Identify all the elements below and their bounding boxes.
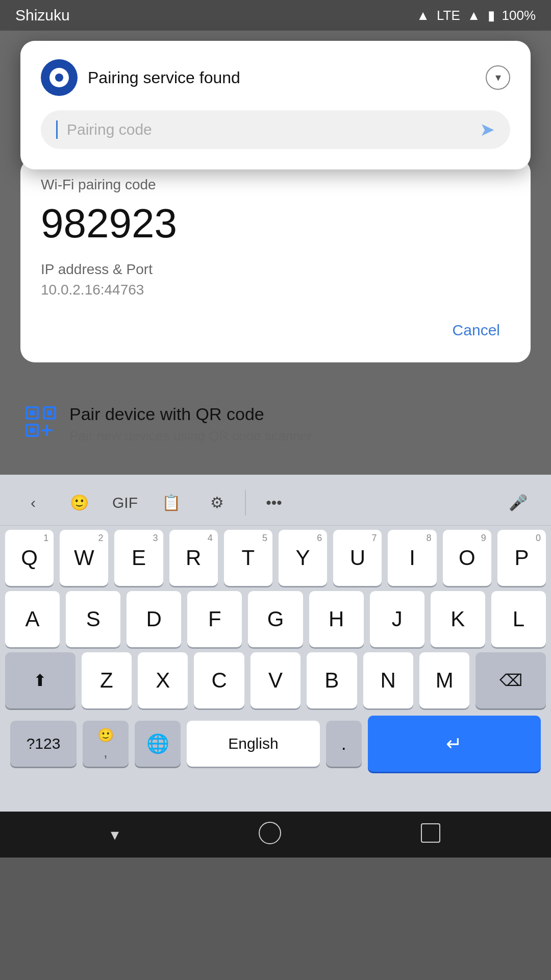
keyboard-back-button[interactable]: ‹ [10,485,56,521]
gif-button[interactable]: GIF [102,485,148,521]
key-M[interactable]: M [419,652,469,708]
key-row-2: A S D F G H J K L [5,591,546,647]
sticker-button[interactable]: 🙂 [56,485,102,521]
ip-address-label: IP address & Port [41,261,510,278]
settings-button[interactable]: ⚙ [194,485,240,521]
key-J[interactable]: J [370,591,424,647]
key-K[interactable]: K [431,591,485,647]
key-G[interactable]: G [248,591,303,647]
svg-rect-5 [30,428,35,433]
signal-icon: ▲ [467,8,481,23]
back-nav-icon: ▾ [111,825,119,844]
key-E[interactable]: 3E [114,530,163,586]
cancel-row: Cancel [41,316,510,344]
back-nav-button[interactable]: ▾ [111,825,119,844]
status-icons: ▲ LTE ▲ ▮ 100% [416,8,536,23]
text-cursor [56,120,58,139]
wifi-info-modal: Wi-Fi pairing code 982923 IP address & P… [20,158,531,362]
key-O[interactable]: 9O [443,530,491,586]
gear-icon: ⚙ [210,494,224,511]
clipboard-icon: 📋 [162,494,181,511]
key-N[interactable]: N [363,652,413,708]
dialog-header-left: Pairing service found [41,59,240,96]
gif-label: GIF [112,494,138,511]
key-H[interactable]: H [309,591,364,647]
period-label: . [341,733,346,754]
app-icon [41,59,78,96]
key-I[interactable]: 8I [388,530,436,586]
key-row-1: 1Q 2W 3E 4R 5T 6Y 7U 8I 9O 0P [5,530,546,586]
emoji-comma-button[interactable]: 🙂 , [83,721,129,767]
key-row-3: ⬆ Z X C V B N M ⌫ [5,652,546,708]
send-button[interactable]: ➤ [480,120,495,139]
shift-icon: ⬆ [33,672,47,689]
background-content: Pairing service found ▾ ➤ Wi-Fi pairing … [0,31,551,475]
key-L[interactable]: L [491,591,546,647]
period-button[interactable]: . [326,721,362,767]
key-W[interactable]: 2W [60,530,108,586]
wifi-pairing-code: 982923 [41,200,510,247]
space-label: English [228,735,278,752]
nav-bar: ▾ [0,812,551,857]
dialog-header: Pairing service found ▾ [41,59,510,96]
keyboard-toolbar: ‹ 🙂 GIF 📋 ⚙ ••• 🎤 [0,480,551,526]
app-name: Shizuku [15,7,70,24]
battery-label: 100% [502,8,536,23]
backspace-icon: ⌫ [499,672,522,689]
qr-subtitle: Pair new devices using QR code scanner [69,428,312,444]
recents-nav-button[interactable] [421,823,440,846]
key-U[interactable]: 7U [333,530,382,586]
cancel-button[interactable]: Cancel [442,316,510,344]
toolbar-divider [245,490,246,516]
key-B[interactable]: B [307,652,357,708]
key-Y[interactable]: 6Y [279,530,327,586]
shift-button[interactable]: ⬆ [5,652,76,708]
globe-icon: 🌐 [146,733,169,754]
key-V[interactable]: V [251,652,300,708]
key-P[interactable]: 0P [497,530,546,586]
lte-label: LTE [437,8,460,23]
key-Q[interactable]: 1Q [5,530,54,586]
key-R[interactable]: 4R [169,530,218,586]
globe-button[interactable]: 🌐 [135,721,181,767]
pairing-input-row[interactable]: ➤ [41,110,510,149]
mic-icon: 🎤 [509,494,528,511]
wifi-pairing-label: Wi-Fi pairing code [41,177,510,193]
wifi-icon: ▲ [416,8,430,23]
clipboard-button[interactable]: 📋 [148,485,194,521]
app-icon-dot [55,74,63,82]
bottom-row: ?123 🙂 , 🌐 English . ↵ [5,714,546,777]
back-icon: ‹ [31,494,36,511]
mic-button[interactable]: 🎤 [495,485,541,521]
pairing-dialog: Pairing service found ▾ ➤ [20,41,531,169]
key-Z[interactable]: Z [82,652,132,708]
key-X[interactable]: X [138,652,188,708]
home-nav-button[interactable] [259,822,281,848]
key-rows: 1Q 2W 3E 4R 5T 6Y 7U 8I 9O 0P A S D F G … [0,526,551,812]
key-F[interactable]: F [187,591,242,647]
more-icon: ••• [266,494,282,511]
svg-rect-3 [47,410,52,415]
qr-section[interactable]: Pair device with QR code Pair new device… [26,404,525,444]
qr-icon [26,406,56,443]
battery-icon: ▮ [488,8,495,23]
emoji-icon: 🙂 [97,727,114,743]
qr-title: Pair device with QR code [69,404,312,424]
pairing-code-input[interactable] [67,121,471,138]
space-button[interactable]: English [187,721,320,767]
recents-nav-icon [421,823,440,843]
chevron-down-icon: ▾ [495,71,501,84]
key-T[interactable]: 5T [224,530,272,586]
key-A[interactable]: A [5,591,60,647]
enter-icon: ↵ [446,734,462,753]
collapse-button[interactable]: ▾ [486,65,510,90]
backspace-button[interactable]: ⌫ [475,652,546,708]
enter-button[interactable]: ↵ [368,716,541,772]
key-D[interactable]: D [127,591,181,647]
more-button[interactable]: ••• [251,485,297,521]
numeric-toggle-button[interactable]: ?123 [10,721,77,767]
key-S[interactable]: S [66,591,120,647]
numeric-toggle-label: ?123 [27,735,61,752]
key-C[interactable]: C [194,652,244,708]
dialog-title: Pairing service found [88,68,240,87]
